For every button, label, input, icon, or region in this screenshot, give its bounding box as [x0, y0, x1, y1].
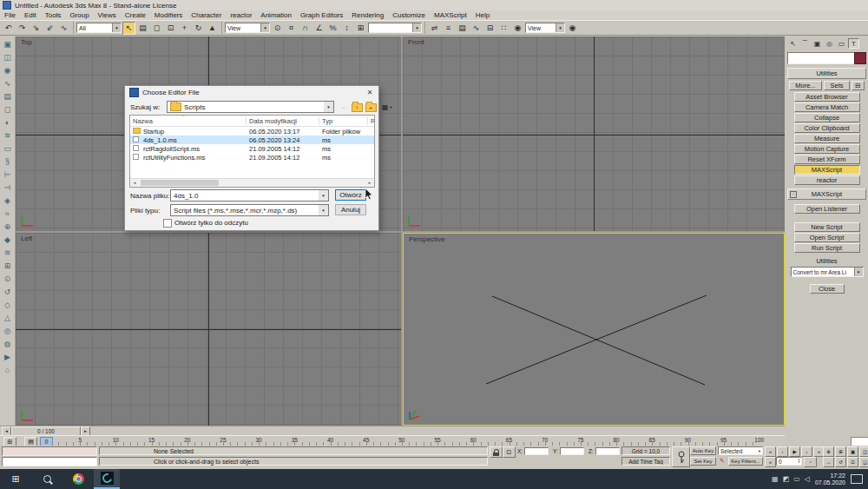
- schematic-view-icon[interactable]: ⊟: [483, 22, 496, 35]
- cloth-modifier-icon[interactable]: ◻: [2, 103, 14, 116]
- slider-left-arrow[interactable]: ◄: [2, 426, 11, 436]
- spinner-snap-icon[interactable]: ↕: [340, 22, 353, 35]
- select-and-move-icon[interactable]: +: [178, 22, 191, 35]
- scene-spline-x[interactable]: [404, 234, 784, 425]
- menu-item[interactable]: File: [0, 11, 20, 19]
- more-button[interactable]: More...: [789, 81, 822, 90]
- named-selection-sets-icon[interactable]: ⊞: [354, 22, 367, 35]
- select-and-manipulate-icon[interactable]: ¤: [285, 22, 298, 35]
- create-animation-icon[interactable]: ⌂: [2, 364, 14, 376]
- zoom-extents-all-icon[interactable]: ◳: [859, 446, 868, 457]
- menu-item[interactable]: MAXScript: [430, 11, 471, 19]
- utility-button[interactable]: Measure: [794, 134, 860, 143]
- menu-item[interactable]: Modifiers: [150, 11, 187, 19]
- look-in-dropdown[interactable]: Scripts ▼: [167, 101, 334, 113]
- cloth-collection-icon[interactable]: ◫: [2, 51, 14, 63]
- close-icon[interactable]: ✕: [363, 87, 377, 97]
- tab-modify[interactable]: ⌒: [799, 38, 811, 49]
- point-path-constraint-icon[interactable]: ◍: [2, 338, 14, 350]
- layer-manager-icon[interactable]: ▤: [456, 22, 469, 35]
- utility-button[interactable]: Reset XForm: [794, 155, 860, 164]
- soft-body-modifier-icon[interactable]: ◐: [2, 116, 14, 129]
- named-selection-dropdown[interactable]: ▼: [368, 23, 422, 33]
- color-swatch-field[interactable]: [787, 52, 866, 64]
- select-by-name-icon[interactable]: ▤: [136, 22, 149, 35]
- sets-button[interactable]: Sets: [824, 81, 850, 90]
- selection-lock-icon[interactable]: [490, 446, 503, 458]
- back-icon[interactable]: ←: [338, 102, 350, 113]
- key-filters-button[interactable]: Key Filters...: [728, 457, 763, 466]
- rope-modifier-icon[interactable]: ≋: [2, 129, 14, 142]
- utility-button[interactable]: Motion Capture: [794, 144, 860, 154]
- menu-item[interactable]: Create: [121, 11, 150, 19]
- key-mode-dropdown[interactable]: Selected ▼: [718, 446, 763, 455]
- utility-button[interactable]: Collapse: [794, 113, 860, 122]
- select-and-scale-icon[interactable]: ▲: [206, 22, 219, 35]
- tab-utilities[interactable]: T: [848, 38, 859, 49]
- time-slider-handle[interactable]: 0 / 100: [11, 426, 81, 436]
- zoom-all-icon[interactable]: ⊞: [835, 446, 846, 457]
- view-menu-icon[interactable]: ▦ ▼: [378, 102, 396, 113]
- column-header-name[interactable]: Nazwa: [133, 117, 153, 125]
- hinge-constraint-icon[interactable]: ↺: [2, 286, 14, 298]
- file-row[interactable]: rctRagdollScript.ms 21.09.2005 14:12 ms: [130, 144, 374, 153]
- arc-rotate-icon[interactable]: ↺: [835, 457, 846, 467]
- constraint-solver-icon[interactable]: ⊞: [2, 260, 14, 272]
- set-key-mode-button[interactable]: [672, 446, 690, 467]
- select-and-link-icon[interactable]: ⇘: [30, 22, 43, 35]
- close-utility-button[interactable]: Close: [810, 284, 845, 294]
- menu-item[interactable]: Customize: [388, 11, 430, 19]
- play-button[interactable]: ▶: [789, 446, 800, 457]
- min-max-toggle-icon[interactable]: ◲: [859, 457, 868, 467]
- tray-color-app-icon[interactable]: ◩: [783, 475, 790, 483]
- wind-icon[interactable]: ≈: [2, 208, 14, 220]
- macro-recorder-field[interactable]: [2, 446, 97, 456]
- redo-icon[interactable]: ↷: [16, 22, 29, 35]
- start-button[interactable]: ⊞: [0, 469, 31, 489]
- color-swatch[interactable]: [854, 52, 866, 64]
- next-frame-button[interactable]: ›: [801, 446, 812, 457]
- search-button[interactable]: [31, 469, 62, 489]
- undo-icon[interactable]: ↶: [2, 22, 15, 35]
- bind-to-space-warp-icon[interactable]: ∿: [57, 22, 70, 35]
- window-crossing-icon[interactable]: ⊡: [164, 22, 177, 35]
- viewport-label[interactable]: Left: [21, 235, 32, 242]
- shortcut-override-icon[interactable]: ✎: [718, 457, 727, 466]
- zoom-region-icon[interactable]: ⊡: [847, 457, 858, 467]
- viewport-perspective[interactable]: Perspective: [403, 233, 785, 426]
- chevron-down-icon[interactable]: ▼: [319, 205, 328, 215]
- zoom-icon[interactable]: ⊕: [823, 446, 834, 457]
- open-listener-button[interactable]: Open Listener: [794, 204, 860, 214]
- preview-animation-icon[interactable]: ▶: [2, 351, 14, 363]
- rag-doll-constraint-icon[interactable]: ⊙: [2, 273, 14, 285]
- cancel-button[interactable]: Anuluj: [335, 204, 366, 215]
- dialog-title-bar[interactable]: Choose Editor File: [125, 86, 378, 98]
- material-editor-icon[interactable]: ∷: [497, 22, 510, 35]
- column-header-size[interactable]: Rozmiar: [371, 117, 375, 125]
- use-pivot-center-icon[interactable]: ⊙: [271, 22, 284, 35]
- menu-item[interactable]: Rendering: [347, 11, 388, 19]
- file-name-input[interactable]: 4ds_1.0 ▼: [170, 189, 329, 202]
- motor-icon[interactable]: ◈: [2, 195, 14, 207]
- y-coordinate-field[interactable]: [560, 447, 584, 455]
- chevron-down-icon[interactable]: ▼: [556, 23, 564, 32]
- column-header-date[interactable]: Data modyfikacji: [249, 117, 297, 125]
- column-header-type[interactable]: Typ: [322, 117, 332, 125]
- mini-listener-field[interactable]: [2, 457, 97, 466]
- key-mode-toggle-icon[interactable]: «: [765, 457, 776, 467]
- chevron-down-icon[interactable]: ▼: [854, 268, 863, 276]
- rectangular-selection-icon[interactable]: ◻: [150, 22, 163, 35]
- maxscript-rollout-header[interactable]: - MAXScript: [787, 188, 866, 200]
- utility-button[interactable]: Asset Browser: [794, 92, 860, 102]
- new-folder-icon[interactable]: +: [365, 102, 377, 113]
- chevron-down-icon[interactable]: ▼: [319, 190, 328, 201]
- chevron-down-icon[interactable]: ▼: [112, 23, 121, 32]
- scroll-right-icon[interactable]: ►: [365, 179, 374, 187]
- file-type-dropdown[interactable]: Script files (*.ms,*.mse,*.mcr,*.mzp,*.d…: [170, 204, 329, 216]
- coordinate-system-dropdown[interactable]: View ▼: [225, 23, 270, 33]
- tab-display[interactable]: ▭: [836, 38, 847, 49]
- quick-render-icon[interactable]: ◉: [566, 22, 579, 35]
- file-row[interactable]: 4ds_1.0.ms 06.05.2020 13:24 ms: [130, 135, 374, 144]
- scroll-left-icon[interactable]: ◄: [130, 179, 139, 187]
- spring-icon[interactable]: §: [2, 155, 14, 168]
